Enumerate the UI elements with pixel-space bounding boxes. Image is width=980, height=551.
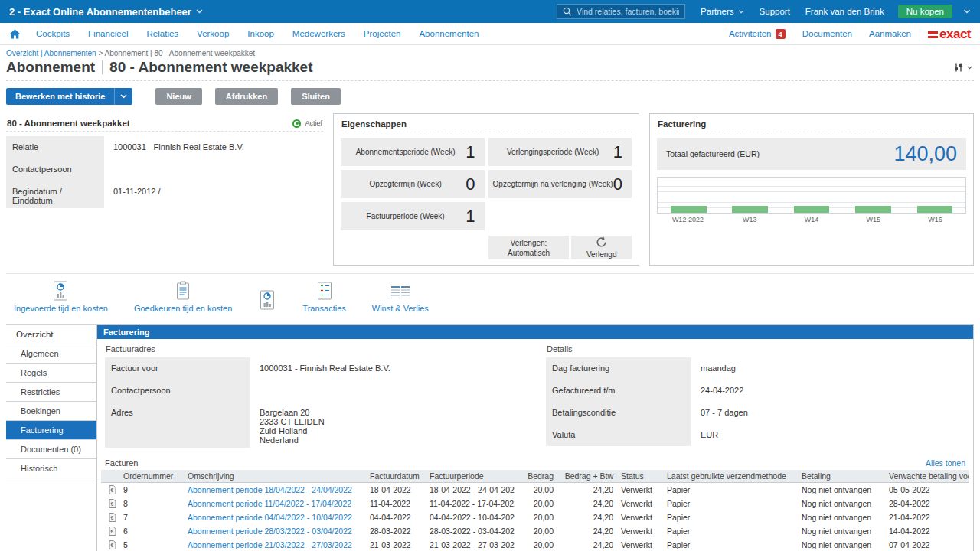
global-search[interactable] <box>557 4 685 19</box>
invoice-document-icon[interactable]: € <box>101 485 121 494</box>
property-cell: Factuurperiode (Week) 1 <box>341 202 485 230</box>
nav-item[interactable]: Financieel <box>88 29 128 38</box>
active-status-icon <box>292 119 301 128</box>
nav-item[interactable]: Cockpits <box>36 29 70 38</box>
app-title-menu[interactable]: 2 - Exact Online Abonnementenbeheer <box>9 6 203 18</box>
edit-with-history-button[interactable]: Bewerken met historie <box>6 88 132 105</box>
quicklink-ingevoerde-tijd[interactable]: Ingevoerde tijd en kosten <box>14 281 108 313</box>
documents-link[interactable]: Documenten <box>802 29 852 38</box>
cell-factuurperiode: 28-03-2022 - 03-04-2022 <box>427 527 514 536</box>
new-button[interactable]: Nieuw <box>155 88 201 105</box>
cell-omschrijving-link[interactable]: Abonnement periode 11/04/2022 - 17/04/20… <box>185 499 368 508</box>
svg-text:€: € <box>110 529 113 534</box>
buy-now-button[interactable]: Nu kopen <box>898 5 952 18</box>
factuuradres-column: Factuuradres Factuur voor 1000031 - Finn… <box>105 341 535 448</box>
cell-status: Verwerkt <box>619 513 665 522</box>
cell-verzendmethode: Papier <box>665 527 799 536</box>
cell-betaling: Nog niet ontvangen <box>799 513 887 522</box>
column-header: Factuurperiode <box>427 471 514 481</box>
nav-items: CockpitsFinancieelRelatiesVerkoopInkoopM… <box>36 29 479 38</box>
activities-badge: 4 <box>776 29 786 39</box>
field-label: Contactpersoon <box>6 158 104 181</box>
nav-item[interactable]: Inkoop <box>247 29 274 38</box>
cell-ordernummer: 6 <box>121 527 185 536</box>
topbar-chevron-down-icon[interactable] <box>963 9 971 14</box>
cell-omschrijving-link[interactable]: Abonnement periode 21/03/2022 - 27/03/20… <box>185 540 368 549</box>
refresh-icon <box>595 236 608 249</box>
nav-item[interactable]: Verkoop <box>197 29 229 38</box>
quicklink-winst-verlies[interactable]: Winst & Verlies <box>372 284 429 313</box>
nav-item[interactable]: Projecten <box>364 29 401 38</box>
edit-dropdown-caret[interactable] <box>114 88 132 105</box>
close-button[interactable]: Sluiten <box>291 88 341 105</box>
property-label: Abonnementsperiode (Week) <box>345 148 466 156</box>
cell-omschrijving-link[interactable]: Abonnement periode 28/03/2022 - 03/04/20… <box>185 527 368 536</box>
support-link[interactable]: Support <box>760 7 790 16</box>
sidebar-item[interactable]: Restricties <box>6 383 96 402</box>
nav-item[interactable]: Abonnementen <box>419 29 479 38</box>
cell-omschrijving-link[interactable]: Abonnement periode 18/04/2022 - 24/04/20… <box>185 485 368 494</box>
sidebar-item[interactable]: Regels <box>6 364 96 383</box>
field-value: 01-11-2012 / <box>104 181 170 208</box>
invoice-document-icon[interactable]: € <box>101 540 121 549</box>
partners-menu[interactable]: Partners <box>701 7 743 16</box>
cell-factuurperiode: 18-04-2022 - 24-04-2022 <box>427 485 514 494</box>
chart-bar <box>671 206 707 213</box>
renewed-button[interactable]: Verlengd <box>571 236 632 259</box>
sidebar-item[interactable]: Boekingen <box>6 402 96 421</box>
sidebar-item-overzicht[interactable]: Overzicht <box>6 324 96 344</box>
chart-bar <box>917 206 953 213</box>
invoices-table: Ordernummer Omschrijving Factuurdatum Fa… <box>101 470 969 551</box>
quicklinks-row: Ingevoerde tijd en kosten Goedkeuren tij… <box>6 273 974 318</box>
chart-bar <box>732 206 768 213</box>
show-all-link[interactable]: Alles tonen <box>926 458 965 468</box>
quicklink-transacties[interactable]: Transacties <box>302 281 345 313</box>
title-separator <box>102 60 103 74</box>
renewal-cell: Verlengen: Automatisch Verlengd <box>488 236 632 259</box>
column-header: Bedrag + Btw <box>559 471 619 481</box>
create-link[interactable]: Aanmaken <box>869 29 911 38</box>
section-header: Facturering <box>97 325 973 339</box>
chevron-down-icon <box>120 94 127 99</box>
property-label: Factuurperiode (Week) <box>345 212 466 220</box>
home-button[interactable] <box>9 29 21 39</box>
cell-bedrag: 20,00 <box>514 499 559 508</box>
document-pie-chart-icon <box>258 290 276 310</box>
print-button[interactable]: Afdrukken <box>215 88 278 105</box>
cell-betaling: Nog niet ontvangen <box>799 485 887 494</box>
breadcrumb-link[interactable]: Overzicht | Abonnementen <box>6 49 96 57</box>
quicklink-goedkeuren-tijd[interactable]: Goedkeuren tijd en kosten <box>134 281 232 313</box>
cell-betaling: Nog niet ontvangen <box>799 540 887 549</box>
sidebar-item[interactable]: Facturering <box>6 421 96 440</box>
chevron-down-icon <box>967 66 972 70</box>
invoice-document-icon[interactable]: € <box>101 499 121 508</box>
summary-row: Contactpersoon <box>6 158 323 181</box>
customize-button[interactable] <box>952 60 974 74</box>
cell-omschrijving-link[interactable]: Abonnement periode 04/04/2022 - 10/04/20… <box>185 513 368 522</box>
chart-bar-slot <box>842 178 903 213</box>
sidebar-item[interactable]: Historisch <box>6 459 96 478</box>
properties-header: Eigenschappen <box>341 118 632 132</box>
field-row: Valuta EUR <box>546 424 965 446</box>
search-input[interactable] <box>577 7 679 16</box>
sidebar-item[interactable]: Algemeen <box>6 344 96 364</box>
cell-bedrag-btw: 24,20 <box>559 499 619 508</box>
quicklink-realisaties[interactable] <box>258 290 276 313</box>
sidebar-item[interactable]: Documenten (0) <box>6 440 96 459</box>
nav-item[interactable]: Medewerkers <box>292 29 345 38</box>
cell-bedrag-btw: 24,20 <box>559 485 619 494</box>
activities-link[interactable]: Activiteiten 4 <box>729 29 786 39</box>
page-title: Abonnement 80 - Abonnement weekpakket <box>6 59 313 76</box>
clipboard-icon <box>174 281 192 301</box>
invoice-document-icon[interactable]: € <box>101 527 121 536</box>
chart-bar <box>855 206 891 213</box>
nav-item[interactable]: Relaties <box>147 29 179 38</box>
chart-bars <box>658 178 965 213</box>
user-menu[interactable]: Frank van den Brink <box>805 7 884 16</box>
chart-bar-slot <box>781 178 842 213</box>
nav-right: Activiteiten 4 Documenten Aanmaken exact <box>729 28 971 41</box>
chevron-down-icon <box>196 9 203 14</box>
properties-panel: Eigenschappen Abonnementsperiode (Week) … <box>333 113 639 266</box>
field-label: Begindatum / Einddatum <box>6 181 104 208</box>
invoice-document-icon[interactable]: € <box>101 513 121 522</box>
